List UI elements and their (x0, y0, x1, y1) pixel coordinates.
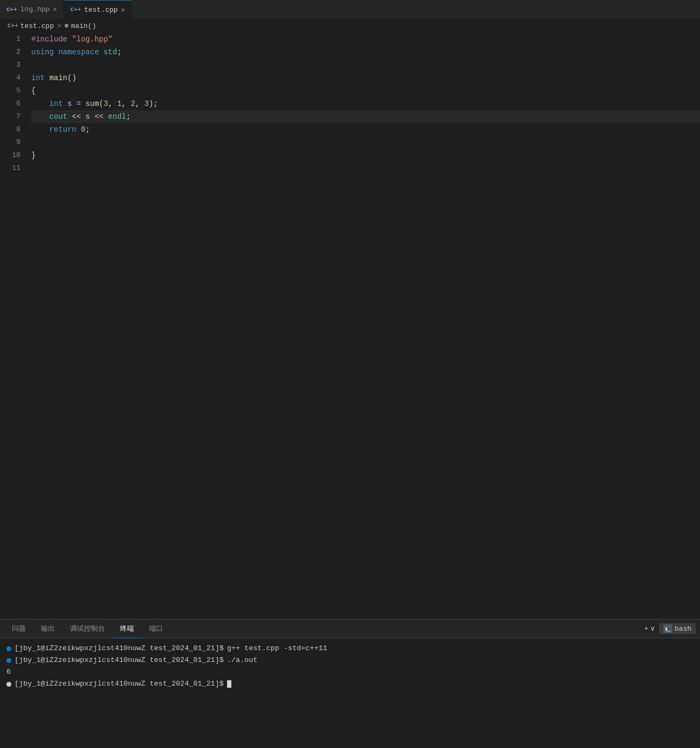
plus-icon: + (644, 625, 648, 633)
terminal-line: [jby_1@iZ2zeikwpxzjlcst410nuwZ test_2024… (6, 654, 694, 666)
terminal-prompt: [jby_1@iZ2zeikwpxzjlcst410nuwZ test_2024… (15, 654, 224, 666)
tab-log-hpp-label: log.hpp (20, 5, 50, 13)
panel-tabs-right: + ∨ $_ bash (644, 623, 696, 634)
line-number-6: 6 (0, 97, 20, 110)
terminal-command: g++ test.cpp -std=c++11 (227, 643, 327, 654)
code-line-7: cout << s << endl; (31, 110, 700, 123)
code-line-10: } (31, 149, 700, 162)
panel-tabs: 问题 输出 调试控制台 终端 端口 + ∨ $_ bash (0, 619, 700, 638)
tab-test-cpp[interactable]: C++ test.cpp ✕ (64, 0, 132, 19)
line-number-11: 11 (0, 162, 20, 175)
hpp-icon: C++ (6, 6, 17, 13)
chevron-icon: ∨ (650, 624, 655, 633)
code-area[interactable]: 1234567891011 #include "log.hpp"using na… (0, 33, 700, 619)
tab-log-hpp[interactable]: C++ log.hpp ✕ (0, 0, 64, 19)
code-line-1: #include "log.hpp" (31, 33, 700, 46)
terminal-prompt: [jby_1@iZ2zeikwpxzjlcst410nuwZ test_2024… (15, 678, 224, 690)
panel: 问题 输出 调试控制台 终端 端口 + ∨ $_ bash [jby_1@iZ (0, 619, 700, 748)
terminal-content[interactable]: [jby_1@iZ2zeikwpxzjlcst410nuwZ test_2024… (0, 638, 700, 748)
new-terminal-button[interactable]: + ∨ (644, 624, 655, 633)
terminal-line: [jby_1@iZ2zeikwpxzjlcst410nuwZ test_2024… (6, 678, 694, 690)
code-lines[interactable]: #include "log.hpp"using namespace std; i… (26, 33, 700, 619)
tab-output[interactable]: 输出 (33, 619, 62, 638)
line-numbers: 1234567891011 (0, 33, 26, 619)
terminal-cursor (227, 680, 231, 688)
bash-logo: $_ (663, 624, 672, 633)
blue-dot-icon (6, 658, 11, 663)
code-line-6: int s = sum(3, 1, 2, 3); (31, 97, 700, 110)
line-number-8: 8 (0, 123, 20, 136)
line-number-10: 10 (0, 149, 20, 162)
terminal-command: ./a.out (227, 654, 258, 666)
tab-debug[interactable]: 调试控制台 (62, 619, 112, 638)
editor: 1234567891011 #include "log.hpp"using na… (0, 33, 700, 619)
tab-test-cpp-label: test.cpp (84, 6, 117, 14)
breadcrumb-func[interactable]: main() (71, 22, 96, 30)
panel-tabs-left: 问题 输出 调试控制台 终端 端口 (4, 619, 171, 638)
line-number-3: 3 (0, 59, 20, 72)
code-line-5: { (31, 84, 700, 97)
terminal-output: 6 (6, 666, 11, 678)
cpp-icon: C++ (70, 6, 81, 13)
file-type-icon: C++ (8, 23, 18, 29)
line-number-5: 5 (0, 84, 20, 97)
line-number-7: 7 (0, 110, 20, 123)
line-number-4: 4 (0, 72, 20, 84)
terminal-prompt: [jby_1@iZ2zeikwpxzjlcst410nuwZ test_2024… (15, 643, 224, 654)
tab-terminal[interactable]: 终端 (112, 619, 142, 638)
line-number-2: 2 (0, 46, 20, 59)
code-line-11 (31, 162, 700, 175)
tab-ports[interactable]: 端口 (142, 619, 171, 638)
code-line-3 (31, 59, 700, 72)
line-number-1: 1 (0, 33, 20, 46)
close-test-cpp[interactable]: ✕ (121, 6, 125, 14)
bash-icon: $_ (664, 625, 671, 632)
breadcrumb-file[interactable]: test.cpp (20, 22, 54, 30)
svg-text:$_: $_ (665, 627, 670, 632)
breadcrumb: C++ test.cpp > ⊕ main() (0, 19, 700, 33)
line-number-9: 9 (0, 136, 20, 149)
code-line-8: return 0; (31, 123, 700, 136)
white-dot-icon (6, 682, 11, 687)
terminal-line: [jby_1@iZ2zeikwpxzjlcst410nuwZ test_2024… (6, 643, 694, 654)
tab-problems[interactable]: 问题 (4, 619, 33, 638)
bash-label: bash (675, 625, 691, 633)
bash-badge[interactable]: $_ bash (659, 623, 696, 634)
code-line-2: using namespace std; (31, 46, 700, 59)
blue-dot-icon (6, 646, 11, 651)
breadcrumb-sep: > (57, 22, 61, 30)
tab-bar: C++ log.hpp ✕ C++ test.cpp ✕ (0, 0, 700, 19)
terminal-line: 6 (6, 666, 694, 678)
function-icon: ⊕ (65, 22, 69, 30)
code-line-9 (31, 136, 700, 149)
code-line-4: int main() (31, 72, 700, 84)
close-log-hpp[interactable]: ✕ (53, 5, 56, 13)
